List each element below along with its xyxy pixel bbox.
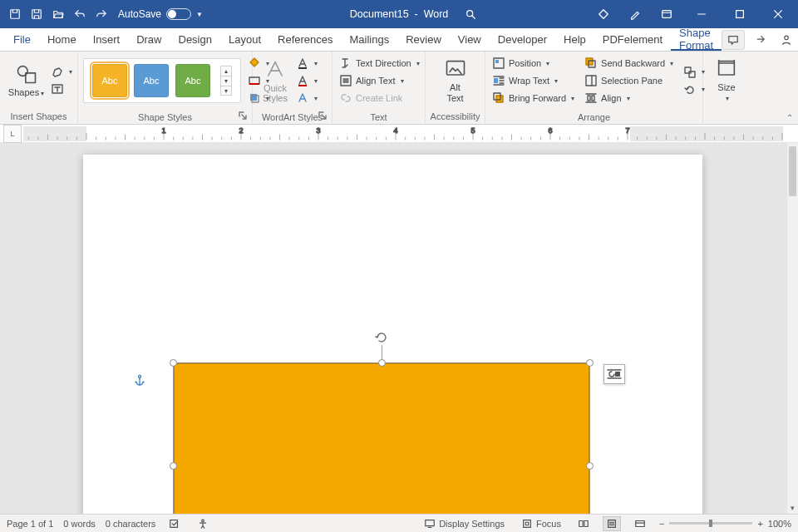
rotate-button[interactable]: ▾ xyxy=(683,81,705,98)
tab-review[interactable]: Review xyxy=(397,28,450,51)
resize-handle-l[interactable] xyxy=(170,462,177,470)
tab-design[interactable]: Design xyxy=(170,28,220,51)
tab-home[interactable]: Home xyxy=(39,28,85,51)
tab-layout[interactable]: Layout xyxy=(220,28,269,51)
shapes-button[interactable]: Shapes▾ xyxy=(5,61,47,100)
vertical-scrollbar[interactable]: ▴ ▾ xyxy=(786,143,798,514)
tab-mailings[interactable]: Mailings xyxy=(342,28,398,51)
tab-file[interactable]: File xyxy=(5,28,39,51)
tab-insert[interactable]: Insert xyxy=(85,28,129,51)
edit-points-icon xyxy=(51,65,64,78)
focus-button[interactable]: Focus xyxy=(518,515,564,533)
document-name: Document15 xyxy=(350,8,409,20)
tab-draw[interactable]: Draw xyxy=(128,28,170,51)
bring-forward-button[interactable]: Bring Forward ▾ xyxy=(492,90,574,106)
collapse-ribbon-icon[interactable]: ⌃ xyxy=(786,113,793,122)
maximize-button[interactable] xyxy=(722,0,758,28)
status-words[interactable]: 0 words xyxy=(63,519,96,529)
status-page[interactable]: Page 1 of 1 xyxy=(7,519,53,529)
edit-shape-button[interactable]: ▾ xyxy=(51,63,72,80)
toggle-off-icon[interactable] xyxy=(166,8,191,20)
search-icon[interactable] xyxy=(456,0,485,28)
text-direction-button[interactable]: Text Direction▾ xyxy=(339,55,420,71)
wrap-text-button[interactable]: Wrap Text▾ xyxy=(492,72,574,89)
align-icon xyxy=(584,91,598,105)
draw-textbox-button[interactable] xyxy=(51,81,72,97)
display-settings-button[interactable]: Display Settings xyxy=(421,515,508,533)
align-button[interactable]: Align▾ xyxy=(584,90,673,106)
style-swatch-3[interactable]: Abc xyxy=(175,64,210,97)
zoom-level[interactable]: 100% xyxy=(768,519,791,529)
minimize-button[interactable] xyxy=(683,0,720,28)
tab-help[interactable]: Help xyxy=(555,28,594,51)
style-swatch-2[interactable]: Abc xyxy=(134,64,169,97)
text-fill-button[interactable]: ▾ xyxy=(296,55,318,71)
scroll-down-icon[interactable]: ▾ xyxy=(787,502,798,514)
zoom-out-button[interactable]: − xyxy=(659,519,664,529)
group-label-size xyxy=(703,109,750,124)
tab-developer[interactable]: Developer xyxy=(490,28,555,51)
pen-icon[interactable] xyxy=(620,0,650,28)
chevron-down-icon: ▾ xyxy=(571,95,574,102)
tab-references[interactable]: References xyxy=(269,28,341,51)
size-button[interactable]: Size▾ xyxy=(709,56,744,105)
svg-rect-14 xyxy=(298,85,307,86)
status-chars[interactable]: 0 characters xyxy=(106,519,156,529)
save-icon[interactable] xyxy=(27,4,47,24)
ribbon-display-icon[interactable] xyxy=(652,0,682,28)
resize-handle-r[interactable] xyxy=(586,462,594,470)
dialog-launcher-icon[interactable] xyxy=(318,111,328,121)
web-layout-icon[interactable] xyxy=(631,516,649,531)
resize-handle-tr[interactable] xyxy=(586,359,594,367)
selected-shape[interactable] xyxy=(170,360,593,514)
style-swatch-1[interactable]: Abc xyxy=(92,64,127,97)
align-text-button[interactable]: Align Text▾ xyxy=(339,72,420,89)
tab-view[interactable]: View xyxy=(450,28,490,51)
resize-handle-t[interactable] xyxy=(378,359,386,367)
alt-text-button[interactable]: Alt Text xyxy=(438,56,473,104)
redo-icon[interactable] xyxy=(91,4,111,24)
comments-icon[interactable] xyxy=(722,30,745,50)
chevron-down-icon[interactable]: ▼ xyxy=(196,11,203,18)
print-layout-icon[interactable] xyxy=(603,516,621,531)
group-shapes-button[interactable]: ▾ xyxy=(683,64,705,81)
accessibility-status-icon[interactable] xyxy=(194,515,212,533)
autosave-indicator-icon[interactable] xyxy=(5,4,25,24)
tab-selector[interactable]: L xyxy=(3,125,22,143)
text-outline-button[interactable]: ▾ xyxy=(296,72,318,89)
zoom-in-button[interactable]: + xyxy=(757,519,762,529)
gallery-more-icon[interactable]: ▾ xyxy=(220,86,232,96)
title-bar-controls xyxy=(456,0,798,28)
undo-icon[interactable] xyxy=(70,4,90,24)
rectangle-shape[interactable] xyxy=(174,363,589,514)
tab-shape-format[interactable]: Shape Format xyxy=(671,28,722,51)
tab-pdfelement[interactable]: PDFelement xyxy=(594,28,671,51)
svg-text:7: 7 xyxy=(625,126,629,135)
resize-handle-tl[interactable] xyxy=(170,359,177,367)
layout-options-button[interactable] xyxy=(603,364,625,384)
open-icon[interactable] xyxy=(48,4,68,24)
horizontal-ruler[interactable]: 1234567 xyxy=(23,126,783,141)
gallery-up-icon[interactable]: ▴ xyxy=(220,66,232,76)
document-area[interactable] xyxy=(0,143,786,514)
text-effects-button[interactable]: ▾ xyxy=(296,90,318,106)
position-button[interactable]: Position▾ xyxy=(492,55,574,71)
wrap-label: Wrap Text xyxy=(509,76,549,86)
spellcheck-icon[interactable] xyxy=(165,515,184,533)
diamond-icon[interactable] xyxy=(589,0,618,28)
close-button[interactable] xyxy=(760,0,796,28)
zoom-slider[interactable] xyxy=(669,522,752,525)
chevron-down-icon: ▾ xyxy=(69,68,72,76)
gallery-down-icon[interactable]: ▾ xyxy=(220,76,232,86)
dialog-launcher-icon[interactable] xyxy=(239,111,249,121)
scroll-thumb[interactable] xyxy=(789,146,796,196)
selection-pane-button[interactable]: Selection Pane xyxy=(584,72,673,89)
rotate-handle[interactable] xyxy=(374,330,389,345)
style-gallery[interactable]: Abc Abc Abc ▴ ▾ ▾ xyxy=(83,58,241,103)
read-mode-icon[interactable] xyxy=(574,516,593,531)
send-backward-button[interactable]: Send Backward ▾ xyxy=(584,55,673,71)
share-icon[interactable] xyxy=(748,30,771,50)
autosave-toggle[interactable]: AutoSave ▼ xyxy=(118,8,203,20)
account-icon[interactable] xyxy=(775,30,798,50)
quick-styles-button[interactable]: Quick Styles xyxy=(258,57,293,105)
